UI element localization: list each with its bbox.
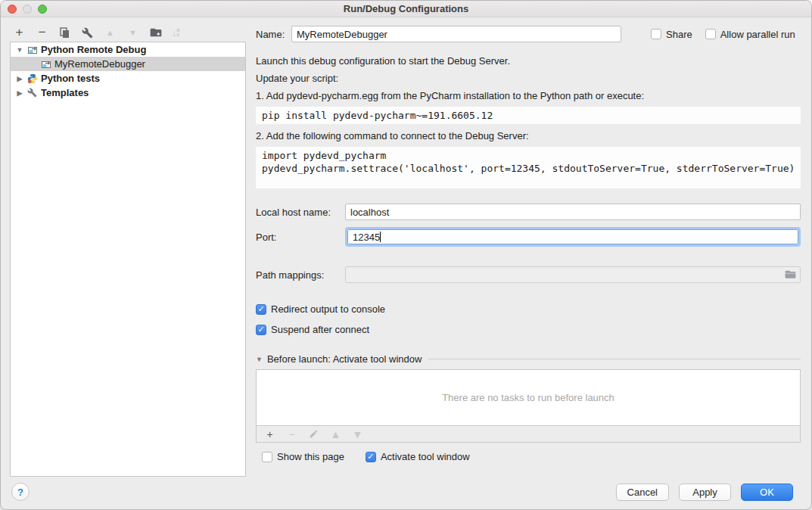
suspend-after-connect-label: Suspend after connect <box>271 324 369 335</box>
remove-task-button: − <box>285 428 298 440</box>
add-task-button[interactable]: + <box>263 428 276 440</box>
tree-item-myremotedebugger[interactable]: ▶ MyRemoteDebugger <box>11 57 245 71</box>
share-checkbox[interactable] <box>651 29 661 39</box>
edit-defaults-button[interactable] <box>81 26 94 39</box>
update-script-text: Update your script: <box>256 73 801 85</box>
tree-item-python-remote-debug[interactable]: ▼ Python Remote Debug <box>11 42 245 57</box>
suspend-after-connect-row: ✓ Suspend after connect <box>256 324 801 335</box>
check-icon: ✓ <box>257 325 264 334</box>
pencil-icon <box>309 429 319 439</box>
wrench-icon <box>82 27 93 39</box>
tree-item-templates[interactable]: ▶ Templates <box>11 86 245 100</box>
header-rule <box>428 359 801 359</box>
before-launch-label: Before launch: Activate tool window <box>267 353 422 365</box>
page-options-row: Show this page ✓ Activate tool window <box>256 451 801 462</box>
collapse-icon[interactable]: ▼ <box>15 46 24 54</box>
pip-install-code[interactable]: pip install pydevd-pycharm~=191.6605.12 <box>256 107 801 124</box>
move-task-up-button: ▲ <box>329 428 342 440</box>
edit-task-button <box>307 428 320 440</box>
check-icon: ✓ <box>367 452 374 462</box>
show-this-page-label: Show this page <box>277 451 344 462</box>
remove-configuration-button[interactable]: − <box>36 26 48 39</box>
intro-text: Launch this debug configuration to start… <box>256 55 801 67</box>
local-host-label: Local host name: <box>256 207 345 218</box>
expand-icon[interactable]: ▶ <box>15 75 24 82</box>
configuration-form: Name: Share Allow parallel run Launch th… <box>256 17 801 462</box>
configurations-toolbar: + − ▲ ▼ ↓ a z <box>13 23 179 42</box>
text-caret <box>380 232 381 242</box>
allow-parallel-run-label: Allow parallel run <box>720 29 795 40</box>
close-window-button[interactable] <box>8 5 17 14</box>
tree-item-python-tests[interactable]: ▶ Python tests <box>11 71 245 86</box>
activate-tool-window-checkbox[interactable]: ✓ <box>366 452 376 462</box>
sort-z-label: z <box>177 33 180 37</box>
port-label: Port: <box>256 232 345 243</box>
redirect-output-checkbox[interactable]: ✓ <box>256 304 266 315</box>
run-debug-configurations-dialog: Run/Debug Configurations + − ▲ ▼ ↓ <box>0 0 812 510</box>
port-input[interactable] <box>347 229 798 244</box>
port-field-focus-ring <box>345 227 801 247</box>
name-row: Name: Share Allow parallel run <box>256 26 801 42</box>
local-host-row: Local host name: <box>256 204 801 220</box>
apply-button[interactable]: Apply <box>679 484 731 501</box>
task-toolbar: + − ▲ ▼ <box>257 425 800 442</box>
local-host-input[interactable] <box>345 204 801 220</box>
tree-item-label: MyRemoteDebugger <box>54 58 145 70</box>
port-row: Port: <box>256 227 801 247</box>
name-input[interactable] <box>291 26 621 42</box>
dialog-buttons: Cancel Apply OK <box>616 484 793 501</box>
window-title: Run/Debug Configurations <box>344 3 468 14</box>
path-mappings-label: Path mappings: <box>256 269 345 281</box>
minimize-window-button <box>23 5 32 14</box>
window-controls <box>8 5 47 14</box>
move-task-down-button: ▼ <box>351 428 364 440</box>
name-label: Name: <box>256 29 291 40</box>
browse-folder-icon[interactable] <box>785 270 796 279</box>
tree-item-label: Templates <box>41 87 89 98</box>
task-list[interactable]: There are no tasks to run before launch <box>257 370 800 425</box>
copy-configuration-button[interactable] <box>58 26 71 39</box>
show-this-page-checkbox[interactable] <box>262 452 272 462</box>
run-configuration-icon <box>27 45 38 55</box>
tree-item-label: Python Remote Debug <box>41 44 146 55</box>
help-button[interactable]: ? <box>11 483 30 501</box>
tree-item-label: Python tests <box>41 73 100 84</box>
redirect-output-row: ✓ Redirect output to console <box>256 303 801 315</box>
run-configuration-icon <box>41 59 51 70</box>
copy-icon <box>59 27 70 39</box>
step2-text: 2. Add the following command to connect … <box>256 130 801 142</box>
add-configuration-button[interactable]: + <box>13 26 26 39</box>
path-mappings-input[interactable] <box>345 266 801 283</box>
path-mappings-row: Path mappings: <box>256 266 801 283</box>
expand-icon[interactable]: ▶ <box>15 89 24 97</box>
cancel-button[interactable]: Cancel <box>616 484 669 501</box>
activate-tool-window-label: Activate tool window <box>381 451 470 462</box>
allow-parallel-run-checkbox[interactable] <box>705 29 716 39</box>
suspend-after-connect-checkbox[interactable]: ✓ <box>256 325 266 335</box>
before-launch-task-panel: There are no tasks to run before launch … <box>256 369 801 443</box>
ok-button[interactable]: OK <box>741 484 793 501</box>
new-folder-icon <box>150 27 162 38</box>
titlebar: Run/Debug Configurations <box>1 1 811 17</box>
new-folder-button[interactable] <box>149 26 162 39</box>
templates-wrench-icon <box>27 88 38 98</box>
share-label: Share <box>666 29 692 40</box>
help-icon: ? <box>17 487 23 498</box>
sort-configurations-button: ↓ a z <box>172 27 179 39</box>
move-down-button: ▼ <box>126 26 139 39</box>
check-icon: ✓ <box>257 304 264 314</box>
python-icon <box>27 73 38 84</box>
collapse-icon[interactable]: ▼ <box>256 356 263 363</box>
configurations-tree: ▼ Python Remote Debug ▶ MyRemoteDebugger <box>10 42 246 477</box>
before-launch-header[interactable]: ▼ Before launch: Activate tool window <box>256 353 801 365</box>
zoom-window-button[interactable] <box>38 5 47 14</box>
empty-task-text: There are no tasks to run before launch <box>442 392 614 403</box>
step1-text: 1. Add pydevd-pycharm.egg from the PyCha… <box>256 90 801 102</box>
redirect-output-label: Redirect output to console <box>271 303 385 315</box>
settrace-code[interactable]: import pydevd_pycharm pydevd_pycharm.set… <box>256 147 801 188</box>
move-up-button: ▲ <box>104 26 117 39</box>
